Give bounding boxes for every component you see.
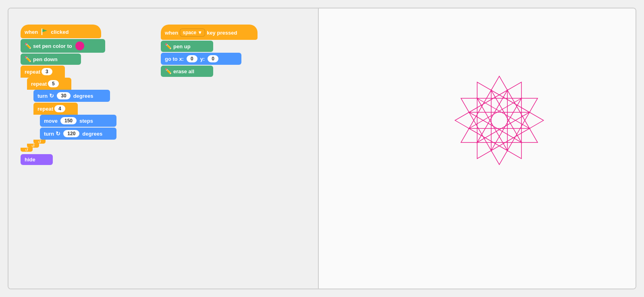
y-val: 0 (208, 55, 218, 62)
y-label: y: (200, 56, 205, 62)
repeat-middle-val: 5 (48, 80, 59, 87)
pen-up-block[interactable]: ✏️ pen up (161, 41, 213, 52)
repeat-inner-container: repeat 4 move 150 steps (33, 103, 116, 144)
turn-val: 30 (57, 92, 70, 99)
key-pressed-label: key pressed (207, 30, 237, 36)
svg-rect-0 (42, 29, 42, 35)
star-canvas (326, 18, 628, 279)
set-pen-color-block[interactable]: ✏️ set pen color to (21, 39, 105, 53)
rotate-icon-2: ↻ (56, 130, 60, 137)
pen-icon-1: ✏️ (25, 43, 31, 49)
pen-icon-3: ✏️ (165, 43, 172, 50)
turn2-label: turn (44, 131, 54, 137)
degrees2-label: degrees (82, 131, 102, 137)
hide-label: hide (25, 157, 35, 163)
repeat-outer-val: 3 (42, 68, 52, 75)
pen-down-block[interactable]: ✏️ pen down (21, 54, 81, 65)
erase-label: erase all (173, 68, 194, 74)
clicked-label: clicked (51, 29, 69, 35)
repeat-outer-container: repeat 3 repeat 5 (21, 66, 116, 152)
turn-block[interactable]: turn ↻ 30 degrees (33, 90, 110, 102)
main-container: when clicked ✏️ set pen color to (8, 8, 636, 289)
repeat-middle-label: repeat (31, 81, 47, 87)
stack2: when space ▼ key pressed ✏️ pen up go to… (161, 25, 258, 165)
goto-label: go to x: (165, 56, 184, 62)
turn2-block[interactable]: turn ↻ 120 degrees (40, 128, 116, 140)
goto-block[interactable]: go to x: 0 y: 0 (161, 53, 241, 65)
hat-block-2[interactable]: when space ▼ key pressed (161, 25, 258, 40)
repeat-outer-block[interactable]: repeat 3 (21, 66, 65, 78)
hide-block[interactable]: hide (21, 154, 53, 165)
svg-marker-1 (42, 29, 47, 32)
turn-label: turn (37, 93, 48, 99)
pen-icon-4: ✏️ (165, 68, 172, 74)
pen-icon-2: ✏️ (25, 56, 31, 62)
move-block[interactable]: move 150 steps (40, 115, 116, 127)
set-pen-color-label: set pen color to (33, 43, 72, 49)
right-panel (319, 8, 636, 289)
repeat-middle-block[interactable]: repeat 5 (27, 78, 71, 90)
move-val: 150 (60, 117, 77, 124)
when-label: when (25, 29, 38, 35)
repeat-inner-val: 4 (54, 105, 65, 112)
space-dropdown[interactable]: space ▼ (180, 29, 205, 37)
repeat-inner-block[interactable]: repeat 4 (33, 103, 78, 115)
erase-all-block[interactable]: ✏️ erase all (161, 66, 213, 77)
pen-color-circle (75, 41, 84, 50)
stack1: when clicked ✏️ set pen color to (21, 25, 116, 165)
degrees-label: degrees (73, 93, 93, 99)
flag-icon (41, 29, 48, 35)
pen-up-label: pen up (173, 43, 191, 50)
when2-label: when (165, 30, 178, 36)
blocks-area: when clicked ✏️ set pen color to (17, 21, 310, 169)
hat-block-1[interactable]: when clicked (21, 25, 101, 38)
move-label: move (44, 118, 58, 124)
repeat-inner-label: repeat (37, 106, 53, 112)
pen-down-label: pen down (33, 56, 58, 62)
turn2-val: 120 (63, 130, 79, 137)
rotate-icon: ↻ (49, 93, 54, 99)
x-val: 0 (187, 55, 197, 62)
steps-label: steps (79, 118, 93, 124)
left-panel: when clicked ✏️ set pen color to (8, 8, 319, 289)
repeat-outer-label: repeat (25, 69, 40, 75)
repeat-middle-container: repeat 5 turn ↻ 30 degrees (27, 78, 116, 148)
